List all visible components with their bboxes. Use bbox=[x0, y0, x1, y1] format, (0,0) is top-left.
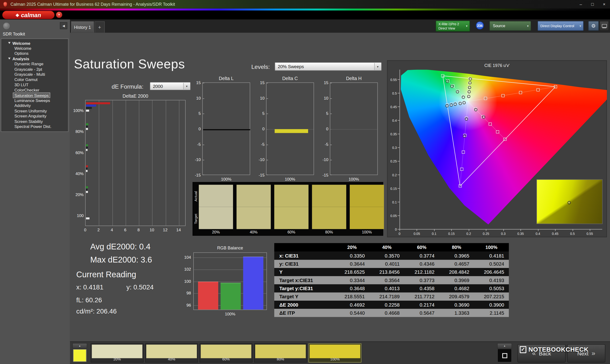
sidebar-item-options[interactable]: Options bbox=[1, 51, 68, 56]
deltae-bar bbox=[86, 102, 110, 104]
delta-h-chart bbox=[330, 82, 378, 175]
deltae-bar bbox=[86, 144, 88, 146]
patch-button-40%[interactable]: 40% bbox=[145, 343, 198, 363]
delta-h-y-tick: -5 bbox=[318, 142, 328, 146]
patch-label: 100% bbox=[309, 357, 361, 361]
tick bbox=[398, 188, 400, 189]
logo-menu-button[interactable]: ▼ bbox=[56, 12, 62, 18]
display-control-selector[interactable]: Direct Display Control ▼ bbox=[538, 21, 584, 31]
sidebar-item-grayscale-2pt[interactable]: Grayscale - 2pt bbox=[1, 66, 68, 72]
sidebar-item-additivity[interactable]: Additivity bbox=[1, 103, 68, 108]
expand-controls-button[interactable]: ▲ bbox=[497, 343, 512, 349]
column-header: 80% bbox=[439, 245, 474, 250]
reading-y: y: 0.5024 bbox=[127, 284, 154, 291]
column-header: 60% bbox=[404, 245, 439, 250]
sidebar-item-dynamic-range[interactable]: Dynamic Range bbox=[1, 61, 68, 66]
add-tab-button[interactable]: + bbox=[95, 21, 104, 33]
display-button[interactable] bbox=[599, 21, 609, 31]
tree-expand-icon bbox=[8, 42, 11, 44]
tab-history-1[interactable]: History 1 bbox=[71, 21, 94, 33]
gridline bbox=[126, 100, 126, 226]
sidebar-item-grayscale-multi[interactable]: Grayscale - Multi bbox=[1, 72, 68, 77]
tick bbox=[451, 229, 452, 231]
table-row: Target x:CIE310.33440.35640.37730.39690.… bbox=[274, 276, 509, 284]
back-button[interactable]: « Back bbox=[517, 344, 565, 363]
table-cell: 0.4181 bbox=[474, 253, 509, 259]
deltae-bar bbox=[86, 104, 96, 106]
sidebar-item-3d-lut[interactable]: 3D LUT bbox=[1, 82, 68, 87]
reading-x: x: 0.4181 bbox=[76, 284, 104, 291]
sidebar-item-spectral-power-dist-[interactable]: Spectral Power Dist. bbox=[1, 124, 68, 129]
current-patch-swatch[interactable] bbox=[73, 349, 87, 362]
sidebar-item-luminance-sweeps[interactable]: Luminance Sweeps bbox=[1, 98, 68, 103]
row-label: Target Y bbox=[274, 294, 335, 299]
tick bbox=[572, 229, 573, 231]
maximize-button[interactable]: □ bbox=[587, 0, 598, 9]
table-cell: 0.4692 bbox=[335, 302, 369, 308]
sidebar-collapse-button[interactable]: ◀ bbox=[60, 22, 67, 29]
sidebar-item-screen-uniformity[interactable]: Screen Uniformity bbox=[1, 108, 68, 113]
tick bbox=[398, 147, 400, 148]
patch-swatch bbox=[92, 345, 142, 358]
sidebar-item-color-gamut[interactable]: Color Gamut bbox=[1, 77, 68, 82]
source-selector[interactable]: Source ▼ bbox=[489, 21, 531, 31]
cie-measured-marker bbox=[469, 77, 472, 80]
cie-measured-marker bbox=[468, 86, 471, 89]
deltae-bar bbox=[86, 191, 88, 193]
measurement-count-badge[interactable]: 236 bbox=[476, 21, 484, 29]
table-cell: 213.8456 bbox=[369, 269, 404, 275]
pattern-window-button[interactable] bbox=[498, 349, 511, 362]
patch-button-80%[interactable]: 80% bbox=[254, 343, 307, 363]
cie-target-marker bbox=[504, 138, 506, 141]
deltae-bar bbox=[86, 170, 88, 172]
max-de-readout: Max dE2000: 3.6 bbox=[90, 255, 152, 264]
avg-de-readout: Avg dE2000: 0.4 bbox=[90, 242, 151, 251]
cie-x-tick: 0.15 bbox=[446, 231, 457, 236]
sidebar-item-label: Grayscale - 2pt bbox=[14, 67, 42, 71]
calman-logo[interactable]: ◈ calman bbox=[2, 11, 54, 19]
deltae-chart bbox=[85, 100, 186, 226]
delta-h-y-tick: 0 bbox=[318, 127, 328, 131]
gridline bbox=[99, 100, 99, 226]
y-axis bbox=[400, 70, 400, 229]
rgb-balance-title: RGB Balance bbox=[193, 245, 267, 250]
sidebar-item-welcome[interactable]: Welcome bbox=[1, 46, 68, 51]
sidebar-item-screen-stability[interactable]: Screen Stability bbox=[1, 119, 68, 124]
rgb-y-tick: 102 bbox=[177, 267, 191, 272]
row-label: Target y:CIE31 bbox=[274, 286, 335, 291]
sidebar-item-analysis[interactable]: Analysis bbox=[1, 56, 68, 61]
cie-target-marker bbox=[536, 88, 539, 91]
deltae-row-label: 20% bbox=[70, 192, 84, 197]
delta-h-y-tick: 15 bbox=[318, 80, 328, 85]
levels-dropdown[interactable]: 20% Sweeps ▼ bbox=[275, 62, 382, 71]
sidebar-item-screen-angularity[interactable]: Screen Angularity bbox=[1, 113, 68, 119]
table-cell: 0.3350 bbox=[335, 253, 369, 259]
x-axis bbox=[400, 229, 602, 230]
patch-button-60%[interactable]: 60% bbox=[200, 343, 253, 363]
cie-target-marker bbox=[519, 91, 522, 94]
patch-button-100%[interactable]: 100% bbox=[309, 343, 362, 363]
patch-label: 20% bbox=[91, 357, 143, 361]
swatch-label: 60% bbox=[274, 230, 309, 234]
delta-h-y-tick: 10 bbox=[318, 95, 328, 100]
sidebar-item-welcome[interactable]: Welcome bbox=[1, 40, 68, 46]
cie-target-marker bbox=[484, 97, 487, 100]
close-button[interactable]: × bbox=[598, 0, 610, 9]
rgb-y-tick: 100 bbox=[177, 279, 191, 284]
deltae-row-label: 80% bbox=[70, 129, 84, 134]
de-formula-dropdown[interactable]: 2000 ▼ bbox=[150, 82, 191, 90]
expand-patch-button[interactable]: ▲ bbox=[72, 343, 87, 349]
cie-x-tick: 0.55 bbox=[584, 231, 596, 236]
meter-selector[interactable]: X-Rite i1Pro 2 Direct View ▼ bbox=[436, 21, 470, 32]
actual-swatch-40% bbox=[237, 185, 271, 207]
table-row: Target Y218.5551214.7189211.7712209.4579… bbox=[274, 293, 509, 301]
table-row: Target y:CIE310.36480.40130.43580.46820.… bbox=[274, 284, 509, 292]
settings-button[interactable]: ⚙ bbox=[588, 21, 599, 31]
sidebar-item-colorchecker[interactable]: ColorChecker bbox=[1, 87, 68, 93]
sidebar-item-saturation-sweeps[interactable]: Saturation Sweeps bbox=[1, 92, 68, 98]
patch-button-20%[interactable]: 20% bbox=[91, 343, 143, 363]
next-button[interactable]: Next » bbox=[567, 344, 605, 363]
app-window: Calman 2025 Calman Ultimate for Business… bbox=[0, 0, 610, 364]
minimize-button[interactable]: – bbox=[575, 0, 587, 9]
table-row: ΔE 20000.46920.22580.21740.36900.3900 bbox=[274, 301, 509, 309]
